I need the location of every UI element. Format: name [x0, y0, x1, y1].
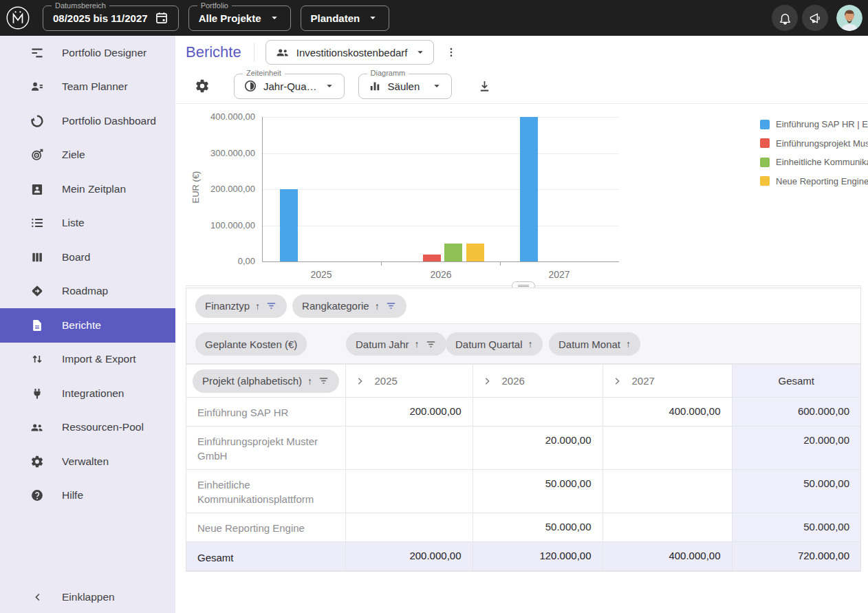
- legend-label: Einführungsprojekt Muster GmbH | EUR (€): [776, 138, 868, 149]
- legend-label: Einführung SAP HR | EUR (€): [776, 119, 868, 129]
- portfolio-selector[interactable]: Portfolio Alle Projekte: [188, 6, 291, 31]
- sort-ascending-icon[interactable]: ↑: [626, 338, 631, 349]
- field-chip-projekt-alphabetisch[interactable]: Projekt (alphabetisch)↑: [193, 369, 339, 393]
- app-window: Datumsbereich 08/2025 bis 11/2027 Portfo…: [0, 0, 868, 613]
- table-row: Einheitliche Kommunikationsplattform50.0…: [186, 470, 860, 513]
- sort-ascending-icon[interactable]: ↑: [528, 338, 533, 349]
- field-chip-datum-jahr[interactable]: Datum Jahr↑: [346, 332, 446, 356]
- sidebar-item-mein-zeitplan[interactable]: Mein Zeitplan: [0, 172, 175, 206]
- gear-icon: [195, 78, 210, 94]
- sidebar-item-import-export[interactable]: Import & Export: [0, 343, 175, 377]
- legend-swatch-icon: [760, 120, 770, 129]
- chevron-left-icon: [32, 591, 44, 603]
- cell-value: [345, 513, 473, 542]
- expand-year-icon[interactable]: [481, 376, 492, 387]
- filter-icon[interactable]: [425, 338, 437, 350]
- filter-icon[interactable]: [265, 300, 277, 312]
- sidebar-item-liste[interactable]: Liste: [0, 206, 175, 241]
- field-chip-rangkategorie[interactable]: Rangkategorie↑: [292, 294, 406, 318]
- sidebar-item-label: Integrationen: [62, 387, 124, 400]
- cell-value: 50.000,00: [473, 470, 603, 513]
- sidebar-item-label: Roadmap: [62, 285, 108, 297]
- sidebar-item-label: Liste: [62, 217, 85, 229]
- target-icon: [30, 148, 44, 162]
- caret-down-icon: [367, 12, 379, 24]
- sidebar-item-portfolio-designer[interactable]: Portfolio Designer: [0, 36, 175, 70]
- board-columns-icon: [30, 250, 44, 264]
- total-row-label: Gesamt: [186, 542, 345, 571]
- report-header: Berichte Investitionskostenbedarf: [175, 36, 868, 69]
- import-export-icon: [30, 352, 44, 366]
- sidebar-item-team-planner[interactable]: Team Planner: [0, 70, 175, 105]
- legend-item: Neue Reporting Engine | EUR (€): [760, 172, 868, 191]
- header-divider: [254, 43, 254, 61]
- sidebar-item-berichte[interactable]: Berichte: [0, 308, 175, 343]
- bar-2026-einführungsprojekt-muster-gmbh[interactable]: [423, 255, 441, 262]
- x-axis-tick: [381, 261, 382, 266]
- sort-ascending-icon[interactable]: ↑: [255, 301, 260, 312]
- cell-value: 400.000,00: [603, 398, 732, 427]
- time-unit-label: Zeiteinheit: [243, 69, 285, 77]
- sidebar-item-ressourcen-pool[interactable]: Ressourcen-Pool: [0, 411, 175, 445]
- field-chip-datum-quartal[interactable]: Datum Quartal↑: [446, 332, 543, 356]
- sidebar-item-label: Team Planner: [62, 80, 128, 93]
- column-header-label: 2025: [375, 375, 398, 387]
- bar-2027-einführung-sap-hr[interactable]: [520, 117, 538, 261]
- row-fields-bar: Finanztyp↑Rangkategorie↑: [186, 288, 860, 324]
- notifications-button[interactable]: [772, 5, 798, 31]
- sidebar-item-board[interactable]: Board: [0, 240, 175, 275]
- sort-ascending-icon[interactable]: ↑: [307, 376, 312, 387]
- field-chip-label: Datum Quartal: [455, 338, 523, 350]
- sidebar-item-hilfe[interactable]: Hilfe: [0, 479, 175, 513]
- page-title: Berichte: [186, 43, 241, 61]
- expand-year-icon[interactable]: [611, 376, 622, 387]
- help-icon: [30, 488, 44, 502]
- legend-label: Neue Reporting Engine | EUR (€): [776, 176, 868, 186]
- sidebar-item-label: Portfolio Dashboard: [62, 115, 156, 127]
- row-label: Einführungsprojekt Muster GmbH: [186, 427, 345, 470]
- report-document-icon: [30, 319, 44, 332]
- date-range-picker[interactable]: Datumsbereich 08/2025 bis 11/2027: [43, 6, 179, 31]
- expand-year-icon[interactable]: [354, 376, 365, 387]
- chart-type-label: Diagramm: [367, 69, 409, 77]
- bar-2025-einführung-sap-hr[interactable]: [280, 189, 298, 261]
- sidebar-item-verwalten[interactable]: Verwalten: [0, 444, 175, 479]
- field-chip-finanztyp[interactable]: Finanztyp↑: [195, 294, 287, 318]
- field-chip-datum-monat[interactable]: Datum Monat↑: [549, 332, 640, 356]
- scenario-selector[interactable]: Plandaten: [301, 6, 390, 31]
- more-options-button[interactable]: [441, 42, 462, 63]
- chart-type-select[interactable]: Diagramm Säulen: [358, 74, 452, 99]
- table-row: Einführung SAP HR200.000,00400.000,00600…: [186, 398, 860, 427]
- sort-ascending-icon[interactable]: ↑: [375, 301, 380, 312]
- filter-icon[interactable]: [385, 300, 397, 312]
- download-button[interactable]: [475, 76, 495, 96]
- sidebar-item-portfolio-dashboard[interactable]: Portfolio Dashboard: [0, 104, 175, 138]
- legend-item: Einheitliche Kommunikationsplattform | E…: [760, 153, 868, 172]
- report-settings-button[interactable]: [192, 76, 213, 96]
- sidebar-item-roadmap[interactable]: Roadmap: [0, 275, 175, 309]
- gridline: [262, 117, 619, 118]
- y-axis-tick: 100.000,00: [175, 220, 255, 230]
- user-avatar[interactable]: [836, 5, 862, 31]
- announcements-button[interactable]: [802, 5, 828, 31]
- pivot-table-panel: Finanztyp↑Rangkategorie↑ Geplante Kosten…: [186, 288, 861, 572]
- list-icon: [30, 216, 44, 230]
- sidebar-item-integrationen[interactable]: Integrationen: [0, 376, 175, 411]
- sidebar-collapse-button[interactable]: Einklappen: [0, 581, 175, 613]
- column-header-2025: 2025: [345, 365, 473, 398]
- sidebar-item-ziele[interactable]: Ziele: [0, 138, 175, 173]
- field-chip-label: Projekt (alphabetisch): [202, 375, 302, 387]
- app-logo-icon[interactable]: [3, 3, 33, 33]
- field-chip-label: Datum Monat: [558, 338, 620, 350]
- bar-2026-einheitliche-kommunikationsplattform[interactable]: [444, 244, 462, 261]
- people-icon: [276, 45, 290, 59]
- y-axis-tick: 200.000,00: [175, 184, 255, 194]
- sort-ascending-icon[interactable]: ↑: [415, 338, 420, 349]
- time-unit-select[interactable]: Zeiteinheit Jahr-Qua…: [234, 74, 345, 99]
- filter-icon[interactable]: [318, 375, 329, 387]
- bar-2026-neue-reporting-engine[interactable]: [466, 244, 484, 261]
- cell-value: 600.000,00: [732, 398, 860, 427]
- gridline: [262, 189, 619, 190]
- report-selector[interactable]: Investitionskostenbedarf: [265, 40, 435, 65]
- field-chip-geplante-kosten[interactable]: Geplante Kosten (€): [195, 332, 307, 356]
